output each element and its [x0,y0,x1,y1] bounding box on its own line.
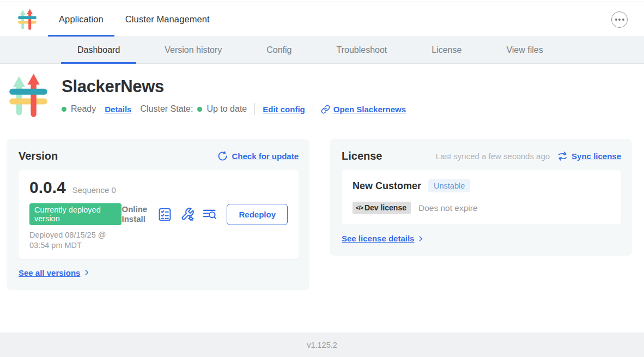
edit-config-link[interactable]: Edit config [263,105,305,114]
ellipsis-icon [615,19,617,21]
app-logo-icon [8,74,48,118]
tab-license[interactable]: License [415,37,478,63]
nav-brand[interactable] [17,2,37,37]
open-app-link[interactable]: Open Slackernews [321,105,406,114]
install-type-label: Online Install [121,204,150,224]
chevron-right-icon [417,235,424,243]
last-synced-text: Last synced a few seconds ago [436,152,550,161]
license-panel: New Customer Unstable </> Dev license Do… [342,170,621,225]
tab-cluster-management[interactable]: Cluster Management [114,2,221,37]
preflight-checks-icon[interactable] [157,207,172,222]
config-tools-icon[interactable] [180,207,195,222]
cluster-state-label: Cluster State: [140,104,193,114]
dashboard-cards: Version Check for update 0.0.4 Sequence … [7,139,637,290]
channel-badge: Unstable [428,179,470,192]
app-status-row: Ready Details Cluster State: Up to date … [62,103,406,115]
license-card: License Last synced a few seconds ago Sy… [330,139,632,256]
tab-config[interactable]: Config [250,37,308,63]
app-status-text: Ready [71,104,96,114]
code-icon: </> [356,204,363,211]
app-logo-icon [17,9,37,31]
deploy-logs-icon[interactable] [202,207,217,222]
sub-nav: Dashboard Version history Config Trouble… [0,37,644,64]
version-number: 0.0.4 [29,178,66,197]
see-license-details-link[interactable]: See license details [342,234,424,243]
license-type-badge: </> Dev license [353,202,411,214]
cluster-state-value: Up to date [206,104,247,114]
current-version-panel: 0.0.4 Sequence 0 Currently deployed vers… [19,170,299,259]
app-header: SlackerNews Ready Details Cluster State:… [0,74,644,120]
divider [254,103,255,115]
redeploy-button[interactable]: Redeploy [227,204,288,225]
deployed-status-badge: Currently deployed version [29,203,121,225]
sequence-label: Sequence 0 [72,185,116,195]
tab-troubleshoot[interactable]: Troubleshoot [320,37,403,63]
check-for-update-link[interactable]: Check for update [232,152,299,161]
app-bar: Application Cluster Management [0,2,644,37]
app-logo [8,74,48,120]
cluster-state-dot [197,107,202,112]
deployed-timestamp: Deployed 08/15/25 @ 03:54 pm MDT [29,230,121,251]
customer-name: New Customer [353,180,421,192]
sync-license-link[interactable]: Sync license [572,152,621,161]
version-card: Version Check for update 0.0.4 Sequence … [7,139,309,290]
chevron-right-icon [83,269,90,276]
license-expiry: Does not expire [418,203,478,213]
console-version-text: v1.125.2 [307,341,337,349]
tab-dashboard[interactable]: Dashboard [61,37,136,63]
license-card-title: License [342,150,382,162]
footer: v1.125.2 [0,332,644,357]
overflow-menu-button[interactable] [611,11,628,28]
see-all-versions-link[interactable]: See all versions [19,268,90,277]
sync-icon [557,151,568,161]
chain-link-icon [321,105,330,114]
version-card-title: Version [19,150,58,162]
app-status-dot [62,107,66,112]
divider [313,103,313,115]
main-content: SlackerNews Ready Details Cluster State:… [0,64,644,332]
tab-version-history[interactable]: Version history [148,37,238,63]
refresh-icon [217,151,228,161]
app-bar-tabs: Application Cluster Management [48,2,221,37]
tab-application[interactable]: Application [48,2,114,37]
details-link[interactable]: Details [105,105,131,114]
page-title: SlackerNews [62,77,406,96]
tab-view-files[interactable]: View files [490,37,559,63]
